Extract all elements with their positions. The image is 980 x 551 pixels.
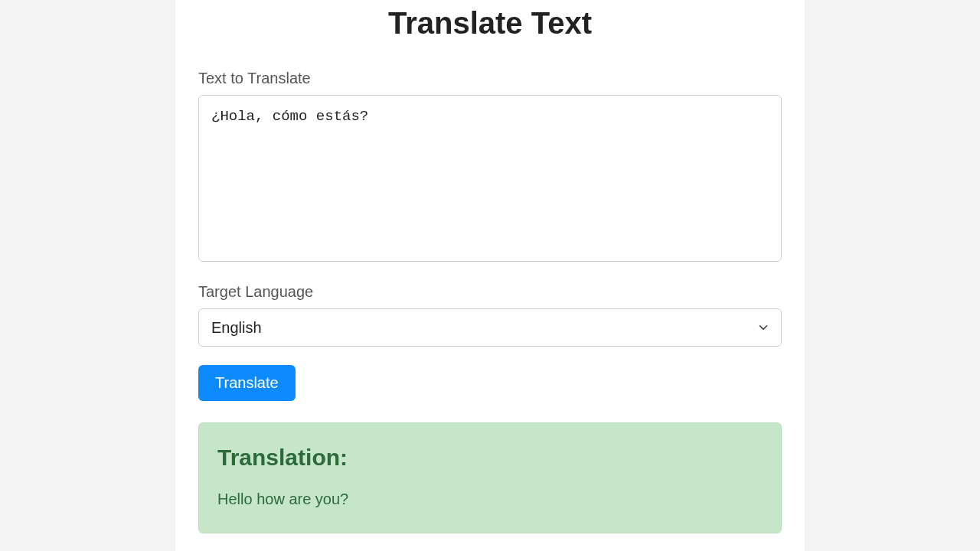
translation-result-text: Hello how are you? [217, 491, 763, 508]
text-input-group: Text to Translate [198, 70, 782, 265]
language-select-group: Target Language English [198, 283, 782, 347]
main-container: Translate Text Text to Translate Target … [175, 0, 805, 551]
language-select-label: Target Language [198, 283, 782, 301]
translation-result-box: Translation: Hello how are you? [198, 422, 782, 533]
translation-result-heading: Translation: [217, 445, 763, 471]
text-input-label: Text to Translate [198, 70, 782, 87]
target-language-select[interactable]: English [198, 308, 782, 347]
page-title: Translate Text [198, 6, 782, 41]
text-to-translate-input[interactable] [198, 95, 782, 262]
translate-button[interactable]: Translate [198, 365, 296, 401]
